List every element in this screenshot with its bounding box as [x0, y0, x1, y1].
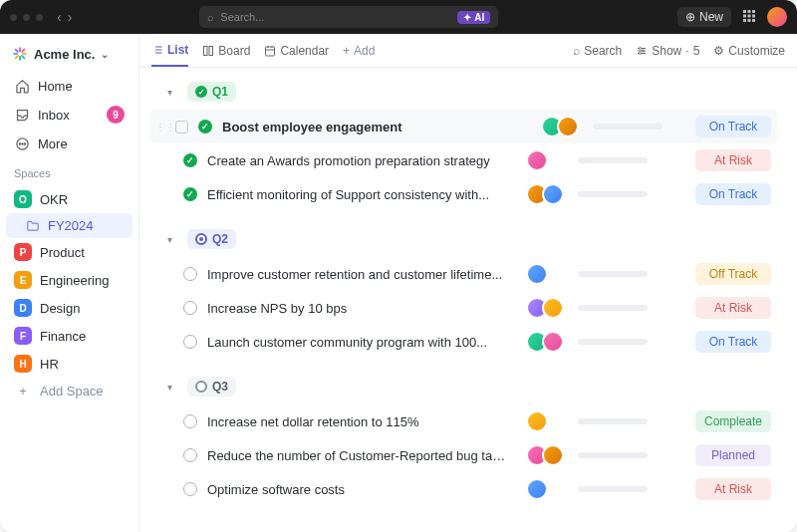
task-row[interactable]: Increase NPS by 10 bpsAt Risk: [149, 291, 777, 325]
workspace-logo-icon: [12, 46, 28, 62]
view-tab-list[interactable]: List: [151, 35, 188, 67]
nav-back-icon[interactable]: ‹: [57, 9, 62, 25]
task-status-icon[interactable]: [183, 482, 197, 496]
plus-icon: +: [14, 384, 32, 399]
task-title: Launch customer community program with 1…: [207, 335, 516, 350]
new-button[interactable]: ⊕ New: [677, 7, 731, 27]
group-header-q3[interactable]: ▾Q3: [149, 373, 777, 404]
task-title: Improve customer retention and customer …: [207, 267, 516, 282]
svg-point-38: [640, 52, 642, 54]
progress: [578, 486, 654, 492]
workspace-switcher[interactable]: Acme Inc. ⌄: [6, 42, 133, 66]
status-tag[interactable]: At Risk: [695, 297, 771, 319]
svg-rect-8: [752, 19, 755, 22]
search-button[interactable]: ⌕ Search: [573, 44, 622, 58]
assignee-avatar[interactable]: [526, 263, 548, 285]
sidebar-space-design[interactable]: DDesign: [6, 294, 133, 322]
status-tag[interactable]: On Track: [695, 183, 771, 205]
assignees: [541, 116, 583, 137]
assignee-avatar[interactable]: [542, 331, 564, 353]
assignee-avatar[interactable]: [526, 410, 548, 432]
task-status-icon[interactable]: [183, 187, 197, 201]
task-status-icon[interactable]: [183, 153, 197, 167]
add-view-button[interactable]: + Add: [343, 36, 375, 66]
status-tag[interactable]: Compleate: [695, 410, 771, 432]
task-status-icon[interactable]: [183, 267, 197, 281]
assignee-avatar[interactable]: [542, 183, 564, 205]
task-status-icon[interactable]: [183, 414, 197, 428]
status-tag[interactable]: Off Track: [695, 263, 771, 285]
space-label: Design: [40, 301, 80, 316]
group-header-q2[interactable]: ▾Q2: [149, 225, 777, 257]
view-tab-calendar[interactable]: Calendar: [264, 36, 329, 66]
sidebar-space-product[interactable]: PProduct: [6, 238, 133, 266]
space-label: Product: [40, 245, 85, 260]
global-search[interactable]: ⌕ Search... ✦ AI: [199, 6, 498, 28]
sidebar-item-label: Inbox: [38, 108, 70, 123]
status-tag[interactable]: At Risk: [695, 478, 771, 500]
status-tag[interactable]: At Risk: [695, 149, 771, 171]
progress: [593, 124, 668, 130]
assignee-avatar[interactable]: [557, 116, 579, 137]
task-row[interactable]: Create an Awards promotion preparation s…: [149, 143, 777, 177]
task-status-icon[interactable]: [183, 335, 197, 349]
nav-forward-icon[interactable]: ›: [68, 9, 73, 25]
chevron-down-icon: ⌄: [101, 49, 109, 60]
sidebar-space-hr[interactable]: HHR: [6, 350, 133, 378]
task-row[interactable]: Optimize software costsAt Risk: [149, 472, 777, 506]
inbox-icon: [14, 107, 30, 123]
group-header-q1[interactable]: ▾Q1: [149, 78, 777, 110]
progress: [578, 452, 654, 458]
sidebar-item-label: Home: [38, 79, 73, 94]
sidebar-item-inbox[interactable]: Inbox 9: [6, 100, 133, 130]
sidebar-folder-fy2024[interactable]: FY2024: [6, 213, 133, 238]
task-title: Increase net dollar retention to 115%: [207, 414, 516, 429]
status-tag[interactable]: On Track: [695, 116, 771, 137]
assignee-avatar[interactable]: [526, 149, 548, 171]
show-button[interactable]: Show · 5: [636, 44, 699, 58]
customize-button[interactable]: ⚙ Customize: [713, 44, 785, 58]
add-space-button[interactable]: + Add Space: [6, 378, 133, 404]
task-checkbox[interactable]: [175, 121, 188, 133]
task-row[interactable]: Efficient monitoring of Support consiste…: [149, 177, 777, 211]
apps-icon[interactable]: [743, 10, 755, 25]
view-toolbar: List Board Calendar + Add ⌕ Sea: [139, 34, 797, 68]
task-title: Increase NPS by 10 bps: [207, 301, 516, 316]
assignees: [526, 297, 568, 319]
view-tab-board[interactable]: Board: [202, 36, 250, 66]
status-tag[interactable]: Planned: [695, 444, 771, 466]
task-status-icon[interactable]: [183, 448, 197, 462]
task-row[interactable]: Launch customer community program with 1…: [149, 325, 777, 359]
status-icon: [195, 86, 207, 98]
drag-handle-icon[interactable]: ⋮⋮: [155, 122, 165, 133]
sidebar-item-more[interactable]: More: [6, 130, 133, 157]
assignee-avatar[interactable]: [542, 444, 564, 466]
task-row[interactable]: ⋮⋮Boost employee engagementOn Track: [149, 110, 777, 143]
window-controls[interactable]: [10, 14, 43, 21]
task-row[interactable]: Increase net dollar retention to 115%Com…: [149, 404, 777, 438]
task-title: Optimize software costs: [207, 482, 516, 497]
svg-line-15: [16, 56, 18, 58]
assignee-avatar[interactable]: [526, 478, 548, 500]
task-status-icon[interactable]: [198, 120, 212, 133]
task-status-icon[interactable]: [183, 301, 197, 315]
sidebar-space-finance[interactable]: FFinance: [6, 322, 133, 350]
collapse-icon: ▾: [167, 382, 179, 393]
search-placeholder: Search...: [220, 11, 264, 23]
user-avatar[interactable]: [767, 7, 787, 27]
titlebar: ‹ › ⌕ Search... ✦ AI ⊕ New: [0, 0, 797, 34]
folder-icon: [26, 219, 40, 233]
sliders-icon: [636, 45, 648, 57]
assignees: [526, 263, 568, 285]
assignee-avatar[interactable]: [542, 297, 564, 319]
status-tag[interactable]: On Track: [695, 331, 771, 353]
task-row[interactable]: Reduce the number of Customer-Reported b…: [149, 438, 777, 472]
sidebar-space-okr[interactable]: OOKR: [6, 185, 133, 213]
space-badge: E: [14, 271, 32, 289]
task-row[interactable]: Improve customer retention and customer …: [149, 257, 777, 291]
ai-button[interactable]: ✦ AI: [457, 11, 490, 24]
sidebar-space-engineering[interactable]: EEngineering: [6, 266, 133, 294]
sidebar-item-home[interactable]: Home: [6, 72, 133, 100]
svg-line-13: [16, 50, 18, 52]
group-name: Q2: [212, 232, 228, 246]
